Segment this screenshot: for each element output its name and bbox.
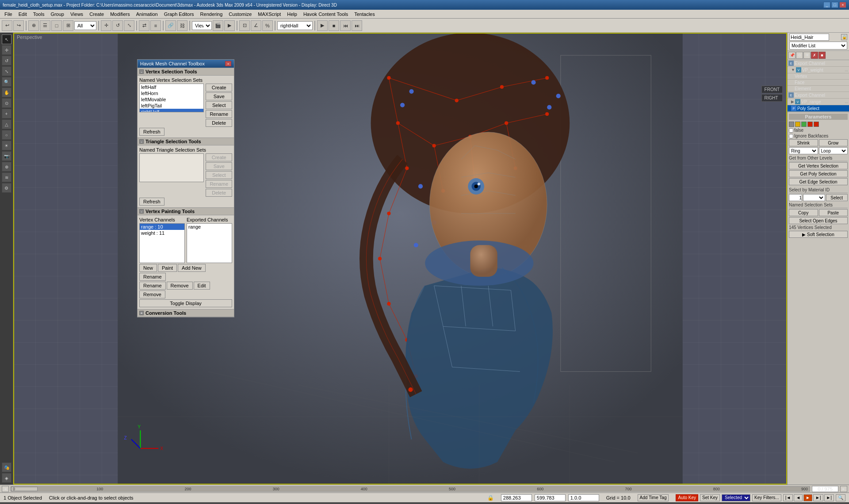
menu-maxscript[interactable]: MAXScript [255,11,283,18]
auto-key-button[interactable]: Auto Key [676,494,698,501]
vertex-list-item-1[interactable]: leftHorn [140,90,203,96]
get-poly-selection-button[interactable]: Get Poly Selection [789,170,848,177]
align-button[interactable]: ≡ [150,20,161,31]
select-object-button[interactable]: ⊕ [28,20,39,31]
system-tool-button[interactable]: ⚙ [2,183,11,193]
channel-weight-item[interactable]: weight : 11 [140,230,184,236]
painting-rename2-button[interactable]: Rename [139,273,166,281]
redo-button[interactable]: ↪ [13,20,24,31]
toggle-display-button[interactable]: Toggle Display [139,299,232,307]
menu-customize[interactable]: Customize [226,11,254,18]
zoom-tool-button[interactable]: 🔍 [2,77,11,87]
helper-tool-button[interactable]: ⊕ [2,162,11,172]
color-swatch-red1[interactable] [807,122,813,127]
shrink-button[interactable]: Shrink [789,139,818,146]
ignore-backfaces-checkbox[interactable] [789,134,793,138]
color-swatch-yellow[interactable] [795,122,800,127]
material-editor-button[interactable]: ◈ [2,473,11,483]
material-id-input[interactable] [789,194,802,201]
mod-vp-weight[interactable]: ▼ V VP_weight ... [788,67,849,73]
menu-animation[interactable]: Animation [134,11,161,18]
object-name-input[interactable] [789,34,829,41]
triangle-rename-button[interactable]: Rename [206,180,232,188]
color-swatch-red2[interactable] [814,122,819,127]
ring-select[interactable]: Ring [789,147,818,154]
vertex-list-item-3[interactable]: leftPigTail [140,103,203,109]
go-to-end-button[interactable]: ►| [824,494,834,501]
channel-range-item[interactable]: range : 10 [140,224,184,230]
menu-modifiers[interactable]: Modifiers [107,11,133,18]
mod-icon-delete2[interactable]: ■ [818,52,826,59]
camera-tool-button[interactable]: 📷 [2,151,11,161]
mod-icon-config[interactable]: ⚙ [796,52,803,59]
exported-channels-listbox[interactable]: range [187,223,232,263]
select-by-name-button[interactable]: ☰ [40,20,50,31]
light-tool-button[interactable]: ☀ [2,141,11,150]
grow-button[interactable]: Grow [819,139,848,146]
painting-rename-button[interactable]: Rename [139,282,166,290]
color-swatch-green[interactable] [801,122,807,127]
percent-snap-button[interactable]: % [262,20,273,31]
timeline-track[interactable]: 0 100 200 300 400 500 600 700 800 900 [11,486,810,492]
select-by-material-button[interactable]: Select [826,194,848,201]
link-button[interactable]: 🔗 [165,20,176,31]
prev-frame-button[interactable]: ⏮ [340,20,351,31]
mod-vp-range[interactable]: ▶ V VP_range ... [788,99,849,105]
mod-icon-pin[interactable]: 📌 [788,52,795,59]
paste-named-sel-button[interactable]: Paste [819,209,848,216]
play-anim-button[interactable]: ► [803,494,812,501]
triangle-section-collapse[interactable]: - [139,139,144,144]
lock-icon[interactable]: 🔒 [841,34,847,40]
triangle-delete-button[interactable]: Delete [206,189,232,197]
mod-poly-select[interactable]: P Poly Select [788,105,849,112]
menu-group[interactable]: Group [48,11,67,18]
next-frame-button[interactable]: ⏭ [352,20,362,31]
rotate-button[interactable]: ↺ [112,20,123,31]
get-vertex-selection-button[interactable]: Get Vertex Selection [789,162,848,169]
scale-tool-button[interactable]: ⤡ [2,66,11,76]
mod-export-channel-2[interactable]: E Export Channel [788,92,849,99]
orbit-tool-button[interactable]: ⊙ [2,98,11,108]
menu-help[interactable]: Help [284,11,300,18]
conversion-section-collapse[interactable]: + [139,311,144,315]
key-filters-select[interactable]: Selected [722,494,750,501]
snap-toggle-button[interactable]: ⊡ [239,20,250,31]
vertex-channels-listbox[interactable]: range : 10 weight : 11 [139,223,185,263]
color-swatch-gray[interactable] [789,122,794,127]
close-button[interactable]: × [839,2,846,8]
view-dropdown[interactable]: View [192,21,212,30]
play-button[interactable]: ▶ [317,20,328,31]
vertex-selection-listbox[interactable]: leftHalf leftHorn leftMovable leftPigTai… [139,84,204,112]
shape-tool-button[interactable]: ○ [2,130,11,140]
loop-select[interactable]: Loop [819,147,848,154]
search-button[interactable]: 🔍 [836,494,845,501]
triangle-select-button[interactable]: Select [206,171,232,179]
vertex-list-item-4[interactable]: rightHalf [140,109,203,112]
painting-section-collapse[interactable]: - [139,209,144,214]
add-time-tag-button[interactable]: Add Time Tag [638,494,669,501]
triangle-selection-listbox[interactable] [139,153,204,182]
painting-edit-button[interactable]: Edit [194,282,210,290]
move-tool-button[interactable]: ✛ [2,45,11,55]
painting-paint-button[interactable]: Paint [158,264,177,272]
mirror-button[interactable]: ⇄ [139,20,149,31]
exported-range-item[interactable]: range [187,224,232,230]
vertex-delete-button[interactable]: Delete [206,119,232,127]
right-view-label[interactable]: RIGHT [761,94,783,102]
triangle-save-button[interactable]: Save [206,162,232,170]
geometry-tool-button[interactable]: △ [2,119,11,129]
menu-views[interactable]: Views [68,11,86,18]
conversion-tools-header[interactable]: + Conversion Tools [138,309,234,317]
mod-face[interactable]: Face [788,80,849,86]
go-to-start-button[interactable]: |◄ [783,494,793,501]
pan-tool-button[interactable]: ✋ [2,88,11,97]
vertex-list-item-0[interactable]: leftHalf [140,84,203,90]
render-scene-button[interactable]: 🎭 [2,462,11,472]
front-view-label[interactable]: FRONT [761,86,783,93]
stop-button[interactable]: ■ [329,20,339,31]
minimize-button[interactable]: _ [823,2,830,8]
soft-selection-button[interactable]: ▶ Soft Selection [789,231,848,238]
set-key-button[interactable]: Set Key [700,494,720,501]
unlink-button[interactable]: ⛓ [177,20,187,31]
mod-icon-show[interactable]: 👁 [803,52,811,59]
